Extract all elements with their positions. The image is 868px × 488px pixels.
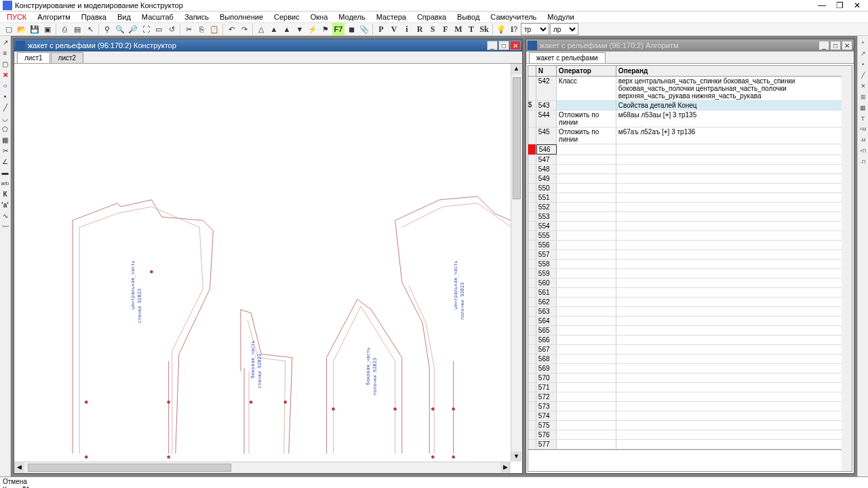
arrow-icon[interactable]: ↗ [859,49,868,58]
line-icon[interactable]: ╱ [859,70,868,80]
table-row[interactable]: 574 [528,411,852,421]
tb-t-button[interactable]: T [465,23,477,35]
shape-icon[interactable]: ◡ [1,114,10,123]
col-operand[interactable]: Операнд [616,66,842,76]
table-row[interactable]: 548 [528,165,852,174]
preview-icon[interactable]: ▤ [71,23,83,35]
win-min-button[interactable]: _ [818,41,829,50]
table-row[interactable]: 560 [528,279,852,288]
table-row[interactable]: 577 [528,440,852,449]
table-row[interactable]: 556 [528,241,852,250]
zoom-prev-icon[interactable]: ↺ [165,23,178,35]
wave-icon[interactable]: 〰 [1,222,10,232]
constructor-titlebar[interactable]: жакет с рельефами (96:170:2) Конструктор… [14,39,522,52]
zoom-region-icon[interactable]: ▭ [153,23,165,35]
dot-icon[interactable]: • [859,60,868,69]
open-icon[interactable]: 📂 [16,23,28,35]
tb-m-button[interactable]: M [452,23,465,35]
table-row[interactable]: 557 [528,250,852,260]
table-row[interactable]: 555 [528,231,852,241]
maximize-button[interactable]: ❐ [831,0,848,11]
table-row[interactable]: 575 [528,421,852,430]
circle-icon[interactable]: ○ [1,81,10,91]
copy-icon[interactable]: ⎘ [195,23,208,35]
vscroll-thumb[interactable] [513,77,521,199]
p1-icon[interactable]: +П [859,146,868,156]
grid-icon[interactable]: ▦ [859,103,868,113]
combo-lr[interactable]: лр [550,23,578,35]
bolt-icon[interactable]: ⚡ [307,23,319,35]
saveall-icon[interactable]: ▣ [41,23,54,35]
menu-сервис[interactable]: Сервис [269,12,305,22]
m2-icon[interactable]: -M [859,136,868,145]
col-n[interactable]: N [536,66,557,76]
algo-tab[interactable]: жакет с рельефами [529,52,606,63]
table-row[interactable]: 572 [528,392,852,402]
menu-выполнение[interactable]: Выполнение [214,12,269,22]
line-icon[interactable]: ╱ [1,103,10,113]
table-row[interactable]: 565 [528,326,852,336]
menu-масштаб[interactable]: Масштаб [136,12,179,22]
scroll-left-icon[interactable]: ◀ [14,462,24,472]
win-close-button[interactable]: ✕ [510,41,521,50]
canvas-hscroll[interactable]: ◀ ▶ [14,462,511,473]
win-close-button[interactable]: ✕ [842,41,852,50]
menu-самоучитель[interactable]: Самоучитель [485,12,542,22]
table-row[interactable]: 571 [528,383,852,392]
minimize-button[interactable]: — [814,0,830,11]
print-icon[interactable]: ⎙ [58,23,71,35]
table-row[interactable]: 546 [528,144,852,155]
zoom-out-icon[interactable]: 🔎 [127,23,139,35]
menu-модули[interactable]: Модули [542,12,579,22]
table-row[interactable]: 554 [528,222,852,231]
table-row[interactable]: 545Отложить по линиим67аъ л52аъ [+] 3 тр… [528,127,852,144]
table-row[interactable]: 559 [528,269,852,279]
table-row[interactable]: 567 [528,345,852,354]
table-row[interactable]: 552 [528,203,852,212]
zoom-win-icon[interactable]: ⚲ [101,23,113,35]
tab-sheet1[interactable]: лист1 [17,52,50,63]
triangle2-icon[interactable]: ▲ [281,23,293,35]
table-body[interactable]: 542Классверх центральная_часть_спинки бо… [528,77,852,449]
k-icon[interactable]: К [1,190,10,199]
tb-sk-button[interactable]: Sk [478,23,490,35]
text-icon[interactable]: T [859,114,868,123]
col-operator[interactable]: Оператор [557,66,616,76]
menu-вывод[interactable]: Вывод [452,12,485,22]
align-icon[interactable]: ≡ [1,49,10,58]
combo-tr[interactable]: тр [521,23,549,35]
table-row[interactable]: 547 [528,155,852,165]
table-row[interactable]: 562 [528,298,852,307]
menu-запись[interactable]: Запись [179,12,214,22]
view-icon[interactable]: ⊞ [859,92,868,102]
delete-icon[interactable]: ✕ [1,70,10,80]
menu-правка[interactable]: Правка [76,12,112,22]
algo-vscroll[interactable] [842,66,852,471]
menu-справка[interactable]: Справка [412,12,452,22]
hscroll-thumb[interactable] [28,464,231,472]
a-icon[interactable]: 'a' [1,201,10,210]
menu-пуск[interactable]: ПУСК [1,12,32,22]
table-row[interactable]: 544Отложить по линиим68аы л53аы [+] 3 тр… [528,110,852,127]
table-row[interactable]: 561 [528,288,852,298]
table-row[interactable]: 576 [528,430,852,440]
save-icon[interactable]: 💾 [28,23,41,35]
menu-окна[interactable]: Окна [305,12,334,22]
win-max-button[interactable]: □ [830,41,841,50]
curve-icon[interactable]: ∿ [1,211,10,221]
algorithm-titlebar[interactable]: жакет с рельефами (96:170:2) Алгоритм _ … [526,39,854,52]
x-icon[interactable]: ✕ [859,81,868,91]
table-row[interactable]: 573 [528,402,852,411]
triangle-up-icon[interactable]: △ [255,23,267,35]
table-row[interactable]: 570 [528,373,852,383]
what-icon[interactable]: ℹ? [508,23,520,35]
tb-p-button[interactable]: P [375,23,387,35]
attach-icon[interactable]: 📎 [358,23,370,35]
arb-icon[interactable]: arb [1,179,10,188]
table-row[interactable]: 542Классверх центральная_часть_спинки бо… [528,77,852,101]
scroll-up-icon[interactable]: ▲ [511,64,521,74]
paste-icon[interactable]: 📋 [208,23,220,35]
win-min-button[interactable]: _ [487,41,498,50]
tb-r-button[interactable]: R [414,23,426,35]
ruler-icon[interactable]: ▬ [1,168,10,178]
